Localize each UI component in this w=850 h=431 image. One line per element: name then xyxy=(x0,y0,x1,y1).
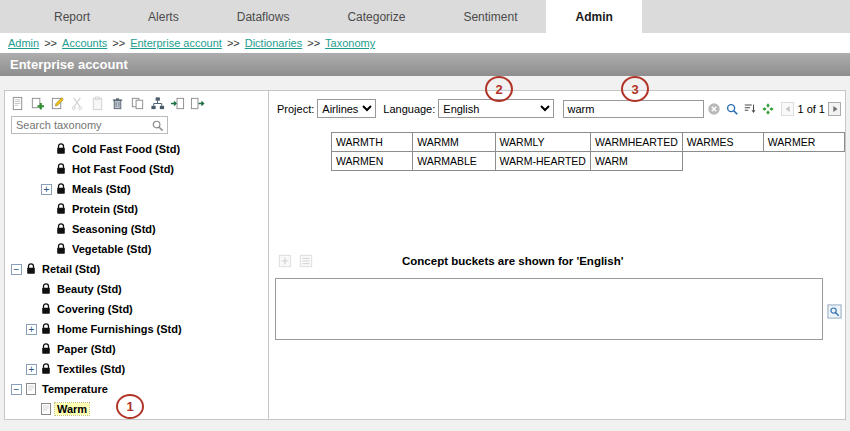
tree-item-vegetable-std[interactable]: Vegetable (Std) xyxy=(5,239,268,259)
pagination: 1 of 1 xyxy=(781,102,841,116)
tree-item-hot-fast-food-std[interactable]: Hot Fast Food (Std) xyxy=(5,159,268,179)
tree-item-label: Covering (Std) xyxy=(55,303,135,315)
breadcrumb-link-dictionaries[interactable]: Dictionaries xyxy=(245,37,302,49)
taxonomy-panel: Cold Fast Food (Std)Hot Fast Food (Std)+… xyxy=(5,91,269,419)
term-cell[interactable]: WARMTH xyxy=(332,133,413,152)
clear-search-icon[interactable] xyxy=(706,100,722,117)
concept-save-icon[interactable] xyxy=(275,251,294,270)
tree-item-cold-fast-food-std[interactable]: Cold Fast Food (Std) xyxy=(5,139,268,159)
breadcrumb-separator: >> xyxy=(44,37,57,49)
tab-categorize[interactable]: Categorize xyxy=(318,0,434,33)
term-cell[interactable]: WARMES xyxy=(682,133,763,152)
lock-icon xyxy=(56,183,66,195)
term-cell[interactable]: WARMABLE xyxy=(413,152,495,171)
lock-icon xyxy=(41,323,51,335)
tree-item-label: Temperature xyxy=(40,383,110,395)
tab-admin[interactable]: Admin xyxy=(546,0,641,33)
tree-item-label: Retail (Std) xyxy=(40,263,102,275)
breadcrumb-link-enterprise-account[interactable]: Enterprise account xyxy=(130,37,222,49)
tree-item-label: Hot Fast Food (Std) xyxy=(70,163,176,175)
annotation-circle-3: 3 xyxy=(621,76,649,102)
paste-icon[interactable] xyxy=(88,94,107,113)
lock-icon xyxy=(56,203,66,215)
concept-bucket-box[interactable] xyxy=(275,278,823,340)
tab-sentiment[interactable]: Sentiment xyxy=(434,0,546,33)
search-icon[interactable] xyxy=(150,118,165,133)
add-category-icon[interactable] xyxy=(28,94,47,113)
tree-item-label: Textiles (Std) xyxy=(55,363,127,375)
breadcrumb-link-admin[interactable]: Admin xyxy=(8,37,39,49)
import-icon[interactable] xyxy=(168,94,187,113)
concept-area xyxy=(275,278,843,340)
collapse-icon[interactable]: − xyxy=(11,264,22,275)
taxonomy-search-box xyxy=(11,116,168,134)
delete-icon[interactable] xyxy=(108,94,127,113)
term-cell[interactable]: WARMEN xyxy=(332,152,413,171)
tree-item-label: Paper (Std) xyxy=(55,343,118,355)
term-search-input[interactable] xyxy=(563,100,704,118)
project-label: Project: xyxy=(277,103,314,115)
term-cell[interactable]: WARM-HEARTED xyxy=(495,152,590,171)
edit-node-icon[interactable] xyxy=(48,94,67,113)
expand-icon[interactable]: + xyxy=(26,324,37,335)
tree-item-paper-std[interactable]: Paper (Std) xyxy=(5,339,268,359)
tab-alerts[interactable]: Alerts xyxy=(119,0,208,33)
tree-item-home-furnishings-std[interactable]: +Home Furnishings (Std) xyxy=(5,319,268,339)
prev-page-icon[interactable] xyxy=(781,102,794,116)
tree-item-beauty-std[interactable]: Beauty (Std) xyxy=(5,279,268,299)
breadcrumb-separator: >> xyxy=(307,37,320,49)
breadcrumb-separator: >> xyxy=(112,37,125,49)
tab-report[interactable]: Report xyxy=(25,0,119,33)
tabs-bar: ReportAlertsDataflowsCategorizeSentiment… xyxy=(0,0,850,33)
search-taxonomy-input[interactable] xyxy=(16,119,150,131)
sort-icon[interactable] xyxy=(742,100,758,117)
hierarchy-icon[interactable] xyxy=(148,94,167,113)
collapse-icon[interactable]: − xyxy=(11,384,22,395)
concept-lookup-icon[interactable] xyxy=(825,302,843,320)
page-title: Enterprise account xyxy=(0,53,850,76)
tree-item-retail-std[interactable]: −Retail (Std) xyxy=(5,259,268,279)
project-select[interactable]: Airlines xyxy=(317,99,376,118)
term-cell[interactable]: WARMLY xyxy=(495,133,590,152)
breadcrumb: Admin>>Accounts>>Enterprise account>>Dic… xyxy=(0,33,850,53)
tab-dataflows[interactable]: Dataflows xyxy=(208,0,319,33)
next-page-icon[interactable] xyxy=(828,102,841,116)
new-document-icon[interactable] xyxy=(8,94,27,113)
lock-icon xyxy=(56,163,66,175)
breadcrumb-link-taxonomy[interactable]: Taxonomy xyxy=(325,37,375,49)
term-row: WARMENWARMABLEWARM-HEARTEDWARM xyxy=(332,152,845,171)
lock-icon xyxy=(56,143,66,155)
tree-item-textiles-std[interactable]: +Textiles (Std) xyxy=(5,359,268,379)
lock-icon xyxy=(56,223,66,235)
annotation-circle-2: 2 xyxy=(485,76,513,102)
lock-icon xyxy=(56,243,66,255)
page-icon xyxy=(26,383,36,395)
tree-item-protein-std[interactable]: Protein (Std) xyxy=(5,199,268,219)
breadcrumb-separator: >> xyxy=(227,37,240,49)
term-cell[interactable]: WARMER xyxy=(763,133,844,152)
term-cell[interactable]: WARMM xyxy=(413,133,495,152)
term-cell[interactable]: WARM xyxy=(590,152,682,171)
concept-list-icon[interactable] xyxy=(296,251,315,270)
lock-icon xyxy=(26,263,36,275)
term-row: WARMTHWARMMWARMLYWARMHEARTEDWARMESWARMER xyxy=(332,133,845,152)
breadcrumb-link-accounts[interactable]: Accounts xyxy=(62,37,107,49)
taxonomy-search-row xyxy=(5,115,268,137)
export-icon[interactable] xyxy=(188,94,207,113)
refresh-icon[interactable] xyxy=(760,100,776,117)
expand-icon[interactable]: + xyxy=(26,364,37,375)
tree-item-meals-std[interactable]: +Meals (Std) xyxy=(5,179,268,199)
copy-icon[interactable] xyxy=(128,94,147,113)
term-cell[interactable]: WARMHEARTED xyxy=(590,133,682,152)
terms-panel: Project: Airlines Language: English 1 of… xyxy=(269,91,845,419)
concept-toolbar-row: Concept buckets are shown for 'English' xyxy=(269,251,845,270)
tree-item-seasoning-std[interactable]: Seasoning (Std) xyxy=(5,219,268,239)
tree-item-label: Seasoning (Std) xyxy=(70,223,158,235)
tree-item-covering-std[interactable]: Covering (Std) xyxy=(5,299,268,319)
cut-icon[interactable] xyxy=(68,94,87,113)
tree-item-label: Beauty (Std) xyxy=(55,283,124,295)
pagination-text: 1 of 1 xyxy=(797,103,825,115)
run-search-icon[interactable] xyxy=(724,100,740,117)
expand-icon[interactable]: + xyxy=(41,184,52,195)
lock-icon xyxy=(41,283,51,295)
